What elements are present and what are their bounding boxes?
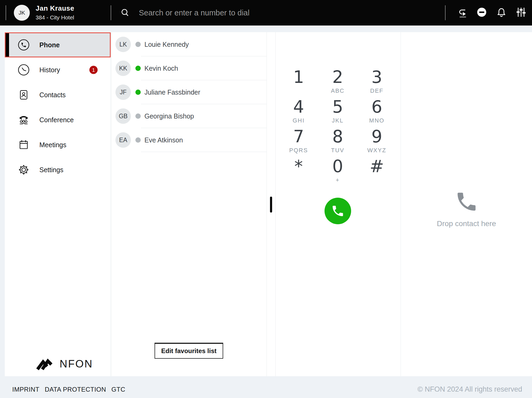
drop-zone-label: Drop contact here [401, 219, 532, 228]
drop-contact-panel: Drop contact here [401, 32, 532, 376]
header-actions [456, 6, 527, 18]
history-icon [18, 64, 30, 76]
favourites-panel: LK Louie Kennedy KK Kevin Koch JF Julian… [111, 32, 267, 376]
header-divider [6, 5, 6, 20]
notifications-icon[interactable] [496, 6, 507, 18]
sidebar-item-label: Settings [39, 166, 63, 174]
history-badge: 1 [89, 66, 98, 74]
user-extension: 384 - City Hotel [36, 14, 74, 21]
sidebar-item-history[interactable]: History 1 [5, 57, 111, 82]
audio-settings-icon[interactable] [515, 6, 527, 18]
sidebar-item-meetings[interactable]: Meetings [5, 132, 111, 157]
dialpad-key-9[interactable]: 9 WXYZ [357, 124, 396, 154]
favourite-contact-row[interactable]: KK Kevin Koch [111, 56, 267, 80]
contact-avatar: GB [115, 108, 131, 124]
dialpad-key-star[interactable]: * [279, 154, 318, 184]
presence-dot [135, 90, 141, 95]
page-footer: IMPRINT DATA PROTECTION GTC © NFON 2024 … [0, 376, 532, 398]
footer-link-data-protection[interactable]: DATA PROTECTION [45, 386, 106, 393]
contact-name: Juliane Fassbinder [144, 88, 200, 96]
panel-gutter [267, 32, 276, 376]
sidebar-nav: Phone History 1 Contacts [5, 32, 111, 182]
dialpad-key-3[interactable]: 3 DEF [357, 65, 396, 95]
favourites-list: LK Louie Kennedy KK Kevin Koch JF Julian… [111, 32, 267, 152]
contact-avatar: LK [115, 37, 131, 52]
contact-avatar: EA [115, 132, 131, 148]
contact-avatar: KK [115, 61, 131, 76]
header-divider [111, 5, 111, 20]
contact-avatar: JF [115, 84, 131, 100]
sidebar-item-label: Contacts [39, 91, 66, 99]
edit-favourites-button[interactable]: Edit favourites list [155, 343, 223, 359]
sidebar-item-label: Phone [39, 41, 60, 49]
dialpad-key-2[interactable]: 2 ABC [318, 65, 357, 95]
dialpad-key-5[interactable]: 5 JKL [318, 95, 357, 124]
favourite-contact-row[interactable]: EA Eve Atkinson [111, 128, 267, 152]
nfon-logo: NFON [33, 357, 93, 370]
footer-link-imprint[interactable]: IMPRINT [12, 386, 39, 393]
presence-dot [135, 66, 141, 71]
search-input[interactable] [139, 5, 426, 20]
favourite-contact-row[interactable]: LK Louie Kennedy [111, 32, 267, 56]
sidebar-item-contacts[interactable]: Contacts [5, 82, 111, 107]
sidebar-item-phone[interactable]: Phone [5, 32, 111, 57]
contact-name: Georgina Bishop [144, 112, 194, 120]
dialpad: 1 2 ABC 3 DEF 4 GHI 5 JKL 6 MNO 7 PQRS 8 [279, 65, 396, 184]
dialpad-key-hash[interactable]: # [357, 154, 396, 184]
favourite-contact-row[interactable]: GB Georgina Bishop [111, 104, 267, 128]
conference-icon [18, 114, 30, 126]
dialpad-key-7[interactable]: 7 PQRS [279, 124, 318, 154]
presence-dot [135, 137, 141, 143]
dialpad-key-1[interactable]: 1 [279, 65, 318, 95]
sidebar-item-label: Meetings [39, 141, 66, 149]
contact-name: Louie Kennedy [144, 41, 189, 48]
sidebar-item-label: History [39, 66, 60, 74]
app-header: JK Jan Krause 384 - City Hotel [0, 0, 532, 26]
user-avatar[interactable]: JK [14, 5, 30, 21]
presence-dot [135, 42, 141, 47]
dialpad-key-6[interactable]: 6 MNO [357, 95, 396, 124]
sidebar-item-settings[interactable]: Settings [5, 157, 111, 182]
user-avatar-initials: JK [19, 10, 25, 16]
sidebar-item-label: Conference [39, 116, 74, 124]
sidebar-item-conference[interactable]: Conference [5, 107, 111, 132]
call-handset-icon [331, 204, 345, 218]
presence-dot [135, 113, 141, 119]
dialpad-key-8[interactable]: 8 TUV [318, 124, 357, 154]
footer-links: IMPRINT DATA PROTECTION GTC [12, 386, 125, 393]
search-icon[interactable] [120, 8, 130, 19]
drop-phone-icon [455, 190, 479, 214]
do-not-disturb-icon[interactable] [476, 6, 488, 18]
dialpad-key-4[interactable]: 4 GHI [279, 95, 318, 124]
user-name: Jan Krause [36, 4, 74, 12]
settings-icon [18, 164, 30, 176]
nfon-logo-text: NFON [60, 358, 93, 370]
sidebar: Phone History 1 Contacts [5, 32, 111, 376]
copyright-text: © NFON 2024 All rights reserved [417, 385, 522, 393]
contacts-icon [18, 89, 30, 101]
contact-name: Eve Atkinson [144, 136, 183, 144]
dialpad-panel: 1 2 ABC 3 DEF 4 GHI 5 JKL 6 MNO 7 PQRS 8 [276, 32, 401, 376]
call-button[interactable] [325, 198, 351, 224]
drop-contact-zone[interactable]: Drop contact here [401, 190, 532, 228]
phone-icon [18, 39, 30, 51]
dialpad-key-0[interactable]: 0 + [318, 154, 357, 184]
header-divider [445, 5, 446, 20]
favourite-contact-row[interactable]: JF Juliane Fassbinder [111, 80, 267, 104]
nfon-logo-mark [33, 357, 56, 370]
contact-name: Kevin Koch [144, 65, 178, 72]
meetings-icon [18, 139, 30, 151]
footer-link-gtc[interactable]: GTC [111, 386, 125, 393]
panel-resize-handle[interactable] [270, 197, 272, 213]
call-forwarding-icon[interactable] [456, 6, 468, 18]
